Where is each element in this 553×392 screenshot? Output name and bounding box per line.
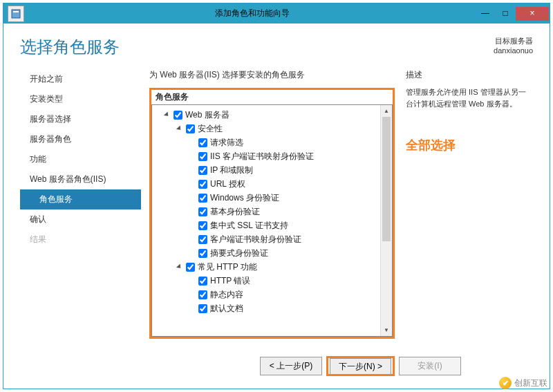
tree-checkbox[interactable]	[198, 277, 207, 286]
nav-role-services[interactable]: 角色服务	[20, 189, 141, 209]
panel-label: 角色服务	[151, 90, 393, 104]
page-title: 选择角色服务	[20, 36, 120, 58]
tree-row: HTTP 错误	[153, 274, 379, 288]
tree-item-label[interactable]: 集中式 SSL 证书支持	[210, 220, 288, 232]
tree-expander-icon[interactable]	[163, 111, 171, 119]
tree-item-label[interactable]: 基本身份验证	[210, 206, 260, 218]
select-all-annotation: 全部选择	[406, 137, 533, 153]
tree-expander-icon[interactable]	[176, 125, 183, 133]
role-services-tree: Web 服务器安全性请求筛选IIS 客户端证书映射身份验证IP 和域限制URL …	[151, 104, 393, 337]
nav-results: 结果	[20, 230, 141, 250]
tree-checkbox[interactable]	[198, 221, 207, 230]
tree-row: 基本身份验证	[153, 205, 379, 218]
tree-item-label[interactable]: 安全性	[198, 123, 223, 135]
tree-item-label[interactable]: 默认文档	[210, 303, 243, 315]
tree-expander-blank	[188, 208, 196, 216]
tree-expander-blank	[188, 139, 196, 147]
svg-rect-1	[13, 11, 19, 12]
tree-checkbox[interactable]	[198, 290, 207, 299]
tree-checkbox[interactable]	[198, 304, 207, 313]
tree-expander-icon[interactable]	[176, 263, 183, 271]
content-area: 选择角色服务 目标服务器 danxiaonuo 开始之前 安装类型 服务器选择 …	[3, 24, 550, 389]
maximize-button[interactable]: □	[496, 7, 515, 21]
watermark: ✔ 创新互联	[499, 377, 547, 389]
window-title: 添加角色和功能向导	[28, 8, 476, 19]
tree-expander-blank	[188, 250, 196, 257]
wizard-window: 添加角色和功能向导 — □ × 选择角色服务 目标服务器 danxiaonuo …	[3, 3, 550, 389]
description-panel: 描述 管理服务允许使用 IIS 管理器从另一台计算机远程管理 Web 服务器。 …	[395, 69, 533, 349]
close-button[interactable]: ×	[516, 7, 549, 21]
tree-item-label[interactable]: Windows 身份验证	[210, 192, 279, 204]
tree-row: URL 授权	[153, 177, 379, 191]
tree-item-label[interactable]: IP 和域限制	[210, 165, 253, 176]
nav-web-server-iis[interactable]: Web 服务器角色(IIS)	[20, 169, 141, 189]
tree-checkbox[interactable]	[174, 111, 182, 120]
nav-server-roles[interactable]: 服务器角色	[20, 129, 141, 149]
tree-expander-blank	[188, 153, 196, 160]
scroll-down-button[interactable]: ▼	[381, 324, 392, 336]
destination-info: 目标服务器 danxiaonuo	[494, 36, 533, 55]
tree-checkbox[interactable]	[198, 180, 207, 189]
description-title: 描述	[406, 69, 533, 81]
tree-item-label[interactable]: IIS 客户端证书映射身份验证	[210, 151, 314, 162]
tree-item-label[interactable]: 常见 HTTP 功能	[198, 261, 257, 273]
nav-installation-type[interactable]: 安装类型	[20, 89, 141, 109]
tree-row: 请求筛选	[153, 136, 379, 149]
nav-server-selection[interactable]: 服务器选择	[20, 109, 141, 129]
tree-expander-blank	[188, 236, 196, 243]
tree-item-label[interactable]: 摘要式身份验证	[210, 248, 268, 259]
svg-rect-0	[12, 10, 20, 18]
description-text: 管理服务允许使用 IIS 管理器从另一台计算机远程管理 Web 服务器。	[406, 86, 533, 109]
tree-checkbox[interactable]	[198, 152, 207, 161]
install-button: 安装(I)	[399, 357, 461, 375]
tree-checkbox[interactable]	[198, 194, 207, 203]
subtitle: 为 Web 服务器(IIS) 选择要安装的角色服务	[149, 69, 395, 81]
tree-checkbox[interactable]	[186, 263, 195, 272]
highlight-frame: 角色服务 Web 服务器安全性请求筛选IIS 客户端证书映射身份验证IP 和域限…	[149, 88, 395, 339]
destination-label: 目标服务器	[494, 36, 533, 46]
destination-server: danxiaonuo	[494, 46, 533, 55]
next-button[interactable]: 下一步(N) >	[330, 358, 391, 375]
tree-item-label[interactable]: 客户端证书映射身份验证	[210, 234, 301, 245]
tree-checkbox[interactable]	[198, 235, 207, 244]
tree-expander-blank	[188, 222, 196, 230]
tree-row: 安全性	[153, 122, 379, 136]
tree-scroll-area[interactable]: Web 服务器安全性请求筛选IIS 客户端证书映射身份验证IP 和域限制URL …	[152, 105, 380, 336]
tree-checkbox[interactable]	[186, 124, 195, 133]
scroll-thumb[interactable]	[382, 117, 391, 241]
tree-row: 常见 HTTP 功能	[153, 260, 379, 274]
tree-row: 默认文档	[153, 301, 379, 315]
tree-row: Web 服务器	[153, 108, 379, 122]
header-row: 选择角色服务 目标服务器 danxiaonuo	[20, 36, 533, 58]
minimize-button[interactable]: —	[476, 7, 495, 21]
tree-item-label[interactable]: URL 授权	[210, 178, 245, 190]
tree-row: IP 和域限制	[153, 163, 379, 177]
nav-sidebar: 开始之前 安装类型 服务器选择 服务器角色 功能 Web 服务器角色(IIS) …	[20, 69, 141, 349]
tree-row: 摘要式身份验证	[153, 246, 379, 260]
tree-item-label[interactable]: 请求筛选	[210, 137, 243, 149]
titlebar: 添加角色和功能向导 — □ ×	[3, 3, 550, 24]
tree-item-label[interactable]: HTTP 错误	[210, 275, 250, 287]
scroll-track[interactable]	[381, 117, 392, 324]
nav-confirmation[interactable]: 确认	[20, 209, 141, 230]
tree-row: 客户端证书映射身份验证	[153, 232, 379, 246]
tree-row: 静态内容	[153, 288, 379, 301]
nav-features[interactable]: 功能	[20, 149, 141, 169]
scroll-up-button[interactable]: ▲	[381, 105, 392, 117]
next-button-highlight: 下一步(N) >	[326, 356, 395, 376]
center-panel: 为 Web 服务器(IIS) 选择要安装的角色服务 角色服务 Web 服务器安全…	[141, 69, 395, 349]
tree-checkbox[interactable]	[198, 166, 207, 175]
footer-buttons: < 上一步(P) 下一步(N) > 安装(I) 取消	[20, 349, 533, 380]
tree-checkbox[interactable]	[198, 207, 207, 216]
previous-button[interactable]: < 上一步(P)	[260, 357, 322, 375]
app-icon	[8, 6, 24, 22]
vertical-scrollbar[interactable]: ▲ ▼	[380, 105, 392, 336]
tree-item-label[interactable]: 静态内容	[210, 289, 243, 301]
tree-expander-blank	[188, 291, 196, 299]
nav-before-you-begin[interactable]: 开始之前	[20, 69, 141, 89]
tree-checkbox[interactable]	[198, 249, 207, 258]
tree-row: Windows 身份验证	[153, 191, 379, 205]
watermark-text: 创新互联	[514, 377, 547, 389]
tree-checkbox[interactable]	[198, 138, 207, 147]
tree-item-label[interactable]: Web 服务器	[185, 109, 229, 121]
